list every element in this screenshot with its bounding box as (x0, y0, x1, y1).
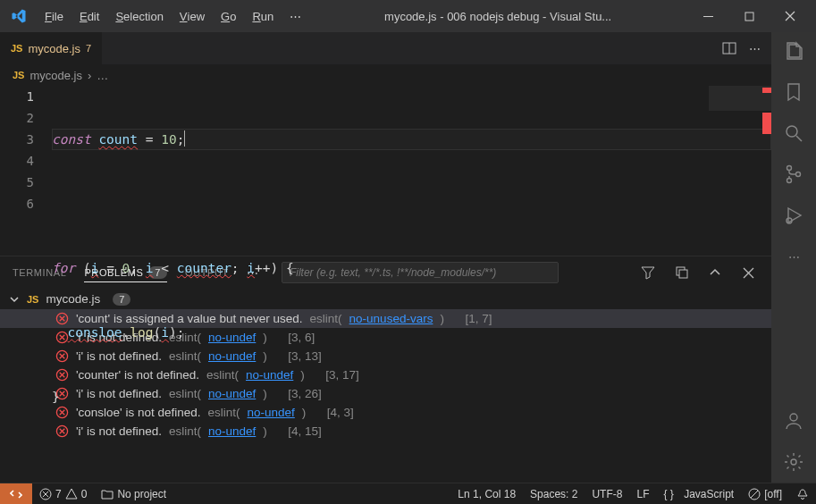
tab-modified-count: 7 (86, 43, 91, 54)
settings-gear-icon[interactable] (782, 450, 805, 474)
minimap[interactable] (709, 86, 771, 256)
breadcrumb[interactable]: JS mycode.js › … (0, 64, 771, 86)
split-editor-icon[interactable] (722, 41, 736, 55)
code-content[interactable]: const count = 10; for (i = 0; i < counte… (52, 86, 771, 256)
menu-go[interactable]: Go (214, 6, 243, 27)
svg-rect-0 (703, 16, 713, 17)
bell-icon (796, 488, 809, 500)
svg-rect-1 (745, 13, 753, 21)
run-debug-icon[interactable] (782, 204, 805, 227)
svg-point-19 (790, 414, 797, 421)
explorer-icon[interactable] (782, 39, 805, 63)
js-file-icon: JS (13, 70, 24, 80)
svg-point-20 (791, 459, 796, 465)
svg-point-15 (787, 166, 792, 171)
js-file-icon: JS (11, 43, 22, 54)
error-icon (39, 488, 52, 500)
svg-point-17 (796, 172, 801, 177)
breadcrumb-more: … (97, 69, 108, 82)
search-icon[interactable] (782, 122, 805, 145)
remote-indicator[interactable] (0, 483, 32, 505)
menu-edit[interactable]: Edit (72, 6, 106, 27)
svg-point-13 (787, 126, 797, 137)
tab-filename: mycode.js (28, 42, 80, 55)
bookmark-icon[interactable] (782, 80, 805, 104)
window-maximize-button[interactable] (728, 0, 770, 32)
menu-file[interactable]: File (38, 6, 71, 27)
chevron-down-icon (9, 294, 20, 305)
code-editor[interactable]: 1 2 3 4 5 6 const count = 10; for (i = 0… (0, 86, 771, 256)
line-number-gutter: 1 2 3 4 5 6 (0, 86, 52, 256)
activity-bar: ⋯ (771, 32, 816, 483)
menu-overflow[interactable]: ⋯ (282, 6, 308, 27)
svg-line-14 (796, 136, 802, 141)
window-minimize-button[interactable] (687, 0, 728, 32)
menu-view[interactable]: View (172, 6, 212, 27)
menu-selection[interactable]: Selection (108, 6, 170, 27)
menu-run[interactable]: Run (245, 6, 281, 27)
breadcrumb-file: mycode.js (29, 69, 82, 82)
menu-bar: File Edit Selection View Go Run ⋯ (38, 6, 308, 27)
status-notifications[interactable] (789, 488, 816, 500)
tab-more-icon[interactable]: ⋯ (749, 42, 761, 55)
text-cursor (184, 130, 185, 147)
chevron-right-icon: › (88, 69, 91, 82)
window-title: mycode.js - 006 nodejs debug - Visual St… (314, 10, 682, 23)
window-close-button[interactable] (770, 0, 811, 32)
more-icon[interactable]: ⋯ (782, 245, 805, 268)
editor-tab-mycode[interactable]: JS mycode.js 7 (0, 32, 103, 64)
account-icon[interactable] (782, 409, 805, 433)
svg-point-16 (787, 179, 792, 183)
editor-tab-bar: JS mycode.js 7 ⋯ (0, 32, 771, 64)
vscode-icon (11, 8, 27, 24)
title-bar: File Edit Selection View Go Run ⋯ mycode… (0, 0, 816, 32)
source-control-icon[interactable] (782, 163, 805, 186)
js-file-icon: JS (27, 294, 38, 305)
window-controls (687, 0, 811, 32)
